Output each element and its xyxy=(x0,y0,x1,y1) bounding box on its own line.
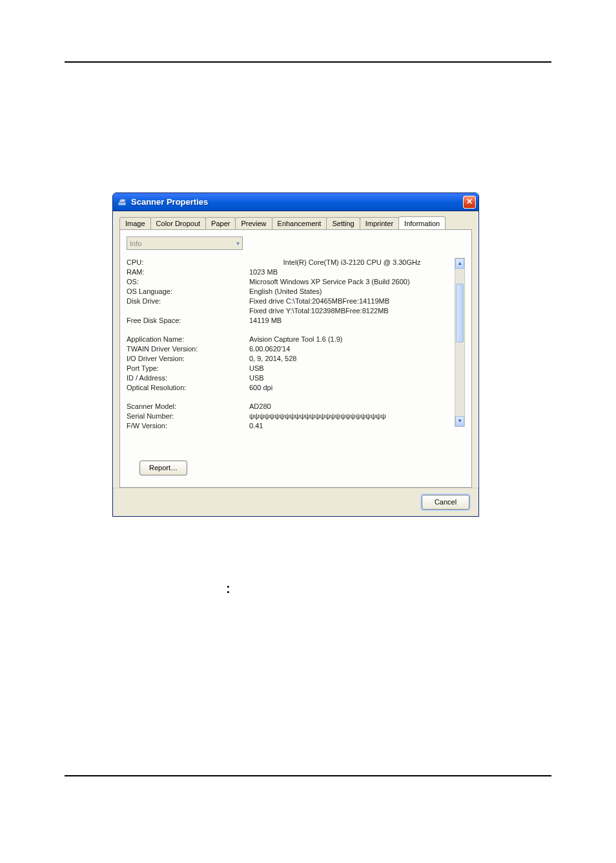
tab-preview[interactable]: Preview xyxy=(235,217,272,230)
report-button[interactable]: Report… xyxy=(139,461,187,475)
info-dropdown-label: Info xyxy=(130,240,141,247)
row-disk: Disk Drive: Fixed drive C:\Total:20465MB… xyxy=(127,296,455,306)
tab-imprinter[interactable]: Imprinter xyxy=(360,217,399,230)
label-disk: Disk Drive: xyxy=(127,296,249,306)
scroll-up-icon[interactable]: ▴ xyxy=(455,258,464,269)
label-serial: Serial Number: xyxy=(127,411,249,421)
svg-rect-0 xyxy=(118,202,126,205)
value-opt: 600 dpi xyxy=(249,383,455,393)
information-panel: Info ▾ CPU: Intel(R) Core(TM) i3-2120 CP… xyxy=(119,229,472,488)
label-os: OS: xyxy=(127,277,249,287)
value-fw: 0.41 xyxy=(249,421,455,431)
tab-image[interactable]: Image xyxy=(119,217,151,230)
value-ram: 1023 MB xyxy=(249,267,455,277)
row-io: I/O Driver Version: 0, 9, 2014, 528 xyxy=(127,354,455,364)
value-model: AD280 xyxy=(249,402,455,411)
value-cpu: Intel(R) Core(TM) i3-2120 CPU @ 3.30GHz xyxy=(249,258,455,267)
row-free: Free Disk Space: 14119 MB xyxy=(127,316,455,326)
label-cpu: CPU: xyxy=(127,258,249,267)
value-oslang: English (United States) xyxy=(249,287,455,296)
tab-color-dropout[interactable]: Color Dropout xyxy=(150,217,206,230)
dialog-bottom-bar: Cancel xyxy=(113,488,478,516)
label-free: Free Disk Space: xyxy=(127,316,249,326)
row-oslang: OS Language: English (United States) xyxy=(127,287,455,296)
scroll-track[interactable] xyxy=(455,269,464,416)
chevron-down-icon: ▾ xyxy=(236,240,240,247)
label-model: Scanner Model: xyxy=(127,402,249,411)
svg-rect-1 xyxy=(121,200,124,202)
value-disk2: Fixed drive Y:\Total:102398MBFree:8122MB xyxy=(249,306,455,316)
value-os: Microsoft Windows XP Service Pack 3 (Bui… xyxy=(249,277,455,287)
scroll-thumb[interactable] xyxy=(456,284,464,342)
label-fw: F/W Version: xyxy=(127,421,249,431)
value-twain: 6.00.0620'14 xyxy=(249,344,455,354)
label-disk2 xyxy=(127,306,249,316)
tab-setting[interactable]: Setting xyxy=(326,217,360,230)
scroll-down-icon[interactable]: ▾ xyxy=(455,416,464,426)
label-port: Port Type: xyxy=(127,364,249,373)
label-opt: Optical Resolution: xyxy=(127,383,249,393)
info-dropdown[interactable]: Info ▾ xyxy=(127,236,243,250)
tab-paper[interactable]: Paper xyxy=(205,217,236,230)
info-list: CPU: Intel(R) Core(TM) i3-2120 CPU @ 3.3… xyxy=(127,258,465,427)
value-free: 14119 MB xyxy=(249,316,455,326)
row-cpu: CPU: Intel(R) Core(TM) i3-2120 CPU @ 3.3… xyxy=(127,258,455,267)
value-idaddr: USB xyxy=(249,373,455,383)
footer-rule xyxy=(65,775,551,776)
page-colon: : xyxy=(226,581,231,596)
label-ram: RAM: xyxy=(127,267,249,277)
dialog-title: Scanner Properties xyxy=(131,197,463,207)
value-app: Avision Capture Tool 1.6 (1.9) xyxy=(249,335,455,344)
row-serial: Serial Number: ψψψψψψψψψψψψψψψψψψψψψψψψψ… xyxy=(127,411,455,421)
close-button[interactable]: ✕ xyxy=(463,196,476,209)
row-disk2: Fixed drive Y:\Total:102398MBFree:8122MB xyxy=(127,306,455,316)
scanner-icon xyxy=(117,197,127,207)
value-io: 0, 9, 2014, 528 xyxy=(249,354,455,364)
tab-strip: Image Color Dropout Paper Preview Enhanc… xyxy=(113,211,478,229)
label-idaddr: ID / Address: xyxy=(127,373,249,383)
tab-information[interactable]: Information xyxy=(398,216,446,229)
header-rule xyxy=(65,61,551,63)
row-fw: F/W Version: 0.41 xyxy=(127,421,455,431)
row-opt: Optical Resolution: 600 dpi xyxy=(127,383,455,393)
info-scrollbar[interactable]: ▴ ▾ xyxy=(455,258,465,427)
value-serial: ψψψψψψψψψψψψψψψψψψψψψψψψψψψ xyxy=(249,411,455,421)
row-model: Scanner Model: AD280 xyxy=(127,402,455,411)
row-twain: TWAIN Driver Version: 6.00.0620'14 xyxy=(127,344,455,354)
spacer-2 xyxy=(127,393,455,402)
row-port: Port Type: USB xyxy=(127,364,455,373)
scanner-properties-dialog: Scanner Properties ✕ Image Color Dropout… xyxy=(112,192,479,517)
cancel-button[interactable]: Cancel xyxy=(422,495,469,510)
value-port: USB xyxy=(249,364,455,373)
tab-enhancement[interactable]: Enhancement xyxy=(272,217,327,230)
label-oslang: OS Language: xyxy=(127,287,249,296)
value-disk: Fixed drive C:\Total:20465MBFree:14119MB xyxy=(249,296,455,306)
row-idaddr: ID / Address: USB xyxy=(127,373,455,383)
label-twain: TWAIN Driver Version: xyxy=(127,344,249,354)
spacer-1 xyxy=(127,326,455,335)
row-app: Application Name: Avision Capture Tool 1… xyxy=(127,335,455,344)
label-app: Application Name: xyxy=(127,335,249,344)
titlebar: Scanner Properties ✕ xyxy=(113,193,478,211)
label-io: I/O Driver Version: xyxy=(127,354,249,364)
row-os: OS: Microsoft Windows XP Service Pack 3 … xyxy=(127,277,455,287)
row-ram: RAM: 1023 MB xyxy=(127,267,455,277)
